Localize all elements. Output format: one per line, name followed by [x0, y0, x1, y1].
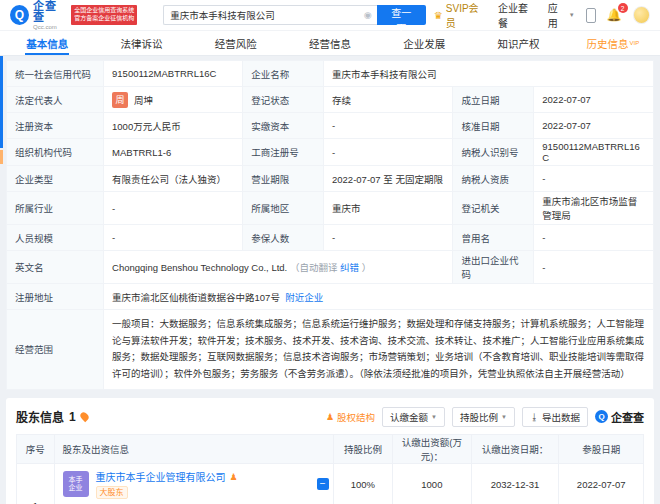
field-label: 进出口企业代码 — [453, 251, 534, 284]
join-date-value: 2022-07-07 — [559, 463, 644, 504]
table-row: 英文名 Chongqing Benshou Technology Co., Lt… — [7, 251, 654, 284]
field-label: 实缴资本 — [243, 113, 324, 139]
nearby-companies-link[interactable]: 附近企业 — [285, 292, 323, 303]
top-bar: Q 企查查 Qcc.com 全国企业信用查询系统 官方备案企业征信机构 ◉ 查一… — [0, 0, 660, 30]
package-link[interactable]: 企业套餐 — [498, 0, 537, 30]
person-icon[interactable]: ♟ — [230, 472, 238, 482]
shareholders-section: 股东信息 1 ♟ 股权结构 认缴金额 ▼ 持股比例 ▼ ⭳ 导出数据 — [6, 398, 654, 504]
column-header: 序号 — [17, 434, 55, 463]
field-label: 营业期限 — [243, 166, 324, 192]
amount-value: 1000 — [393, 463, 471, 504]
basic-info-table: 统一社会信用代码 91500112MABTRRL16C 企业名称 重庆市本手科技… — [6, 60, 654, 390]
field-value: - — [324, 113, 453, 139]
search-button[interactable]: 查一下 — [377, 5, 426, 25]
field-value: 91500112MABTRRL16C — [104, 61, 243, 87]
field-label: 企业名称 — [243, 61, 324, 87]
field-label: 法定代表人 — [7, 87, 104, 113]
field-label: 成立日期 — [453, 87, 534, 113]
svip-link[interactable]: ♛ SVIP会员 — [434, 0, 487, 30]
field-value: 有限责任公司（法人独资） — [104, 166, 243, 192]
field-label: 参保人数 — [243, 225, 324, 251]
field-value: - — [324, 225, 453, 251]
tab-development[interactable]: 企业发展 — [377, 31, 471, 55]
download-icon: ⭳ — [530, 412, 539, 422]
auto-translate-note: （自动翻译 — [290, 262, 338, 273]
field-label: 纳税人资质 — [453, 166, 534, 192]
section-title: 股东信息 — [16, 408, 64, 425]
ratio-filter-button[interactable]: 持股比例 ▼ — [452, 407, 515, 427]
apps-menu[interactable]: 应用 ▼ — [548, 0, 575, 30]
equity-structure-link[interactable]: ♟ 股权结构 — [326, 410, 375, 424]
legal-rep-name[interactable]: 周坤 — [134, 93, 153, 107]
column-header: 认缴出资日期： — [471, 434, 559, 463]
shareholders-header: 股东信息 1 ♟ 股权结构 认缴金额 ▼ 持股比例 ▼ ⭳ 导出数据 — [16, 405, 644, 429]
column-header: 持股比例 — [333, 434, 393, 463]
field-value: 重庆市渝北区市场监督管理局 — [534, 192, 654, 225]
column-header: 股东及出资信息 — [54, 434, 333, 463]
major-shareholder-tag: 大股东 — [96, 486, 128, 499]
tab-ip[interactable]: 知识产权 — [471, 31, 565, 55]
field-label: 所属地区 — [243, 192, 324, 225]
collapse-toggle[interactable]: − — [317, 478, 329, 490]
amount-filter-button[interactable]: 认缴金额 ▼ — [382, 407, 445, 427]
notification-badge: 2 — [618, 3, 628, 13]
legal-rep-avatar[interactable]: 周 — [112, 92, 128, 108]
translate-correct-link[interactable]: 纠错 — [340, 262, 359, 273]
field-value: 2022-07-07 至 无固定期限 — [324, 166, 453, 192]
shareholder-controls: ♟ 股权结构 认缴金额 ▼ 持股比例 ▼ ⭳ 导出数据 Q 企查查 — [326, 407, 644, 427]
subscribe-date-value: 2032-12-31 — [471, 463, 559, 504]
field-label: 核准日期 — [453, 113, 534, 139]
mobile-app-icon[interactable] — [586, 8, 596, 23]
field-value: - — [534, 166, 654, 192]
crown-icon: ♛ — [434, 10, 443, 21]
tab-history[interactable]: 历史信息VIP — [566, 31, 660, 55]
table-header-row: 序号 股东及出资信息 持股比例 认缴出资额(万元)： 认缴出资日期： 参股日期 — [17, 434, 644, 463]
field-value: 重庆市本手科技有限公司 — [324, 61, 654, 87]
vip-badge: VIP — [629, 40, 639, 46]
field-label: 英文名 — [7, 251, 104, 284]
field-label: 登记状态 — [243, 87, 324, 113]
search-input[interactable] — [163, 5, 359, 25]
field-label: 登记机关 — [453, 192, 534, 225]
tab-operation[interactable]: 经营信息 — [283, 31, 377, 55]
field-value: 91500112MABTRRL16C — [534, 139, 654, 166]
tab-bar: 基本信息 法律诉讼 经营风险 经营信息 企业发展 知识产权 历史信息VIP — [0, 30, 660, 56]
notifications-button[interactable]: 🔔 2 — [607, 8, 622, 22]
camera-icon[interactable]: ◉ — [359, 5, 377, 25]
field-label: 人员规模 — [7, 225, 104, 251]
qcc-watermark: Q 企查查 — [595, 409, 644, 425]
brand-text: 企查查 Qcc.com — [33, 1, 67, 30]
field-value: - — [324, 139, 453, 166]
column-header: 认缴出资额(万元)： — [393, 434, 471, 463]
side-indicator-blue — [0, 56, 3, 148]
field-value: - — [534, 225, 654, 251]
qcc-logo[interactable]: Q 企查查 Qcc.com 全国企业信用查询系统 官方备案企业征信机构 — [10, 1, 137, 30]
field-label: 组织机构代码 — [7, 139, 104, 166]
field-label: 曾用名 — [453, 225, 534, 251]
table-row: 注册资本 1000万元人民币 实缴资本 - 核准日期 2022-07-07 — [7, 113, 654, 139]
basic-info-card: 统一社会信用代码 91500112MABTRRL16C 企业名称 重庆市本手科技… — [6, 60, 654, 390]
brand-name: 企查查 — [33, 1, 67, 23]
field-value: - — [104, 192, 243, 225]
tab-basic-info[interactable]: 基本信息 — [0, 31, 94, 55]
qcc-watermark-icon: Q — [595, 410, 608, 423]
field-label: 注册地址 — [7, 284, 104, 310]
table-row: 注册地址 重庆市渝北区仙桃街道数据谷中路107号 附近企业 — [7, 284, 654, 310]
field-value: 1000万元人民币 — [104, 113, 243, 139]
qcc-logo-icon: Q — [10, 5, 29, 25]
export-data-button[interactable]: ⭳ 导出数据 — [522, 407, 588, 427]
table-row: 所属行业 - 所属地区 重庆市 登记机关 重庆市渝北区市场监督管理局 — [7, 192, 654, 225]
field-label: 所属行业 — [7, 192, 104, 225]
shareholder-name-link[interactable]: 重庆市本手企业管理有限公司 — [96, 469, 226, 484]
side-indicator-orange — [0, 150, 3, 164]
field-label: 经营范围 — [7, 310, 104, 390]
user-avatar[interactable] — [633, 6, 651, 24]
tab-risk[interactable]: 经营风险 — [189, 31, 283, 55]
hot-icon — [79, 411, 90, 422]
field-value: 重庆市 — [324, 192, 453, 225]
shareholder-row: 1 本手 企业 重庆市本手企业管理有限公司 ♟ 大股东 — [17, 463, 644, 504]
tab-legal[interactable]: 法律诉讼 — [94, 31, 188, 55]
structure-icon: ♟ — [326, 412, 334, 422]
field-label: 工商注册号 — [243, 139, 324, 166]
chevron-down-icon: ▼ — [569, 12, 575, 18]
